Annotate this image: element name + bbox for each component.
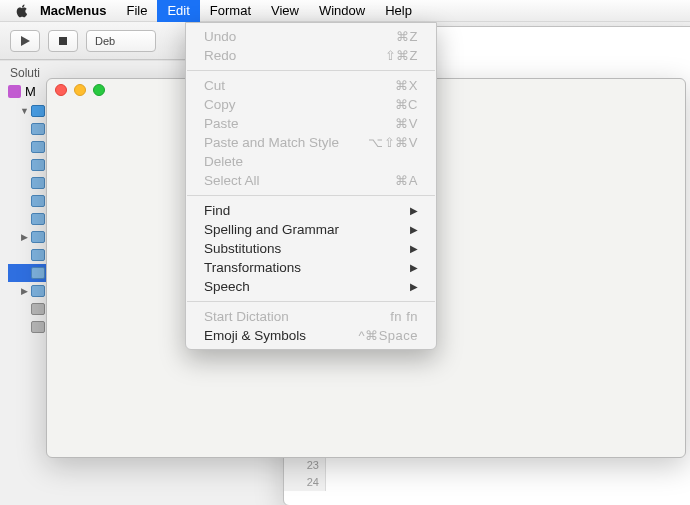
file-icon bbox=[31, 177, 45, 189]
menu-item-speech[interactable]: Speech▶ bbox=[186, 277, 436, 296]
file-icon bbox=[31, 123, 45, 135]
menubar: MacMenus File Edit Format View Window He… bbox=[0, 0, 690, 22]
menu-shortcut: ⌥⇧⌘V bbox=[368, 135, 418, 150]
close-icon[interactable] bbox=[55, 84, 67, 96]
menu-item-label: Select All bbox=[204, 173, 260, 188]
menu-item-select-all: Select All⌘A bbox=[186, 171, 436, 190]
menu-item-label: Speech bbox=[204, 279, 250, 294]
menu-item-cut: Cut⌘X bbox=[186, 76, 436, 95]
file-icon bbox=[31, 159, 45, 171]
menu-help[interactable]: Help bbox=[375, 0, 422, 22]
menu-item-label: Delete bbox=[204, 154, 243, 169]
menu-item-label: Transformations bbox=[204, 260, 301, 275]
file-icon bbox=[31, 321, 45, 333]
menu-item-label: Redo bbox=[204, 48, 236, 63]
menu-app[interactable]: MacMenus bbox=[30, 0, 116, 22]
submenu-arrow-icon: ▶ bbox=[410, 224, 418, 235]
menu-shortcut: ⇧⌘Z bbox=[385, 48, 418, 63]
menu-shortcut: ⌘Z bbox=[396, 29, 418, 44]
menu-edit[interactable]: Edit bbox=[157, 0, 199, 22]
menu-item-label: Emoji & Symbols bbox=[204, 328, 306, 343]
config-label: Deb bbox=[95, 35, 115, 47]
menu-item-label: Cut bbox=[204, 78, 225, 93]
menu-item-label: Substitutions bbox=[204, 241, 281, 256]
stop-button[interactable] bbox=[48, 30, 78, 52]
submenu-arrow-icon: ▶ bbox=[410, 205, 418, 216]
file-icon bbox=[31, 303, 45, 315]
menu-item-paste: Paste⌘V bbox=[186, 114, 436, 133]
submenu-arrow-icon: ▶ bbox=[410, 262, 418, 273]
menu-view[interactable]: View bbox=[261, 0, 309, 22]
menu-shortcut: ⌘A bbox=[395, 173, 418, 188]
file-icon bbox=[31, 267, 45, 279]
solution-header: Soluti bbox=[10, 66, 40, 80]
config-dropdown[interactable]: Deb bbox=[86, 30, 156, 52]
minimize-icon[interactable] bbox=[74, 84, 86, 96]
file-icon bbox=[31, 141, 45, 153]
edit-dropdown[interactable]: Undo⌘ZRedo⇧⌘ZCut⌘XCopy⌘CPaste⌘VPaste and… bbox=[185, 22, 437, 350]
apple-logo-icon[interactable] bbox=[14, 4, 30, 18]
file-icon bbox=[31, 213, 45, 225]
menu-item-delete: Delete bbox=[186, 152, 436, 171]
menu-item-label: Paste and Match Style bbox=[204, 135, 339, 150]
menu-shortcut: ⌘X bbox=[395, 78, 418, 93]
menu-item-start-dictation: Start Dictationfn fn bbox=[186, 307, 436, 326]
submenu-arrow-icon: ▶ bbox=[410, 281, 418, 292]
menu-item-undo: Undo⌘Z bbox=[186, 27, 436, 46]
run-button[interactable] bbox=[10, 30, 40, 52]
menu-item-transformations[interactable]: Transformations▶ bbox=[186, 258, 436, 277]
menu-item-label: Start Dictation bbox=[204, 309, 289, 324]
menu-shortcut: ^⌘Space bbox=[359, 328, 418, 343]
menu-item-label: Find bbox=[204, 203, 230, 218]
menu-format[interactable]: Format bbox=[200, 0, 261, 22]
zoom-icon[interactable] bbox=[93, 84, 105, 96]
menu-item-find[interactable]: Find▶ bbox=[186, 201, 436, 220]
menu-item-paste-and-match-style: Paste and Match Style⌥⇧⌘V bbox=[186, 133, 436, 152]
menu-item-label: Undo bbox=[204, 29, 236, 44]
menu-item-label: Paste bbox=[204, 116, 239, 131]
file-icon bbox=[31, 195, 45, 207]
project-icon bbox=[8, 85, 21, 98]
file-icon bbox=[31, 249, 45, 261]
menu-item-substitutions[interactable]: Substitutions▶ bbox=[186, 239, 436, 258]
menu-item-label: Spelling and Grammar bbox=[204, 222, 339, 237]
menu-shortcut: ⌘V bbox=[395, 116, 418, 131]
menu-shortcut: ⌘C bbox=[395, 97, 418, 112]
menu-file[interactable]: File bbox=[116, 0, 157, 22]
menu-item-label: Copy bbox=[204, 97, 236, 112]
file-icon bbox=[31, 231, 45, 243]
file-icon bbox=[31, 285, 45, 297]
project-label: M bbox=[25, 84, 36, 99]
file-icon bbox=[31, 105, 45, 117]
menu-window[interactable]: Window bbox=[309, 0, 375, 22]
submenu-arrow-icon: ▶ bbox=[410, 243, 418, 254]
menu-item-emoji-symbols[interactable]: Emoji & Symbols^⌘Space bbox=[186, 326, 436, 345]
menu-item-spelling-and-grammar[interactable]: Spelling and Grammar▶ bbox=[186, 220, 436, 239]
menu-item-redo: Redo⇧⌘Z bbox=[186, 46, 436, 65]
menu-item-copy: Copy⌘C bbox=[186, 95, 436, 114]
menu-shortcut: fn fn bbox=[390, 309, 418, 324]
